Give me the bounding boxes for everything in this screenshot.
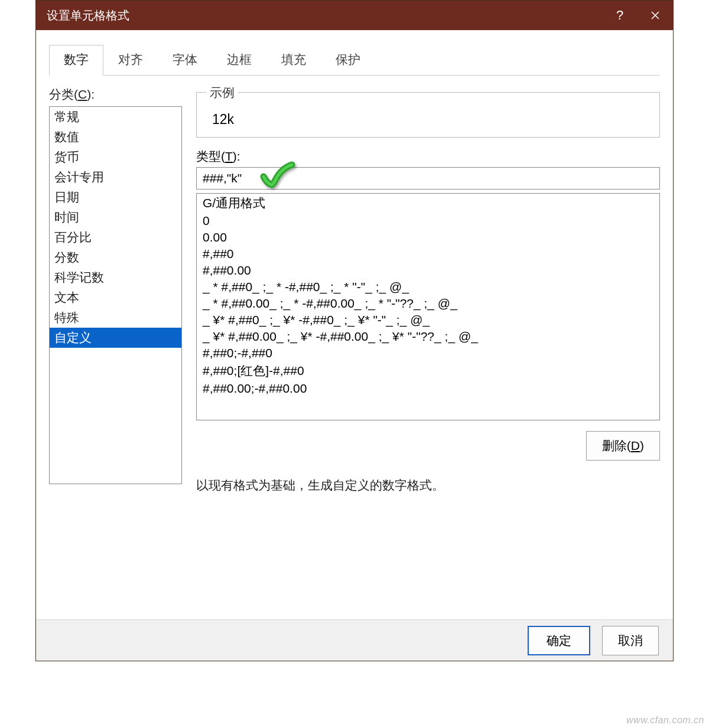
category-label-post: ): — [87, 87, 95, 101]
delete-button-accel: D — [631, 439, 640, 452]
category-listbox[interactable]: 常规数值货币会计专用日期时间百分比分数科学记数文本特殊自定义 — [49, 106, 182, 484]
category-item[interactable]: 科学记数 — [50, 267, 181, 288]
type-label: 类型(T): — [196, 148, 660, 165]
type-label-accel: T — [225, 149, 233, 163]
category-item[interactable]: 分数 — [50, 247, 181, 267]
category-item[interactable]: 百分比 — [50, 227, 181, 247]
ok-button[interactable]: 确定 — [528, 626, 590, 655]
delete-row: 删除(D) — [196, 431, 660, 461]
format-item[interactable]: _ ¥* #,##0_ ;_ ¥* -#,##0_ ;_ ¥* "-"_ ;_ … — [197, 312, 659, 328]
category-item[interactable]: 货币 — [50, 147, 181, 167]
tab-2[interactable]: 字体 — [158, 45, 212, 76]
dialog-footer: 确定 取消 — [36, 619, 673, 661]
tab-content-number: 分类(C): 常规数值货币会计专用日期时间百分比分数科学记数文本特殊自定义 示例… — [49, 76, 660, 619]
delete-button[interactable]: 删除(D) — [586, 431, 660, 461]
tab-4[interactable]: 填充 — [266, 45, 321, 76]
format-item[interactable]: G/通用格式 — [197, 194, 659, 213]
close-icon — [651, 11, 660, 20]
watermark: www.cfan.com.cn — [626, 715, 704, 726]
format-item[interactable]: 0 — [197, 213, 659, 229]
category-item[interactable]: 日期 — [50, 187, 181, 207]
close-button[interactable] — [638, 1, 673, 30]
format-item[interactable]: #,##0;[红色]-#,##0 — [197, 361, 659, 380]
category-label: 分类(C): — [49, 86, 182, 103]
type-label-pre: 类型( — [196, 149, 225, 163]
tab-strip: 数字对齐字体边框填充保护 — [49, 44, 660, 76]
category-label-accel: C — [78, 87, 87, 101]
category-panel: 分类(C): 常规数值货币会计专用日期时间百分比分数科学记数文本特殊自定义 — [49, 86, 182, 619]
format-cells-dialog: 设置单元格格式 ? 数字对齐字体边框填充保护 分类(C): 常规数值货币会计专用… — [35, 0, 674, 661]
category-item[interactable]: 时间 — [50, 207, 181, 227]
format-item[interactable]: #,##0.00;-#,##0.00 — [197, 380, 659, 397]
format-item[interactable]: #,##0;-#,##0 — [197, 345, 659, 361]
category-label-pre: 分类( — [49, 87, 78, 101]
category-item[interactable]: 常规 — [50, 107, 181, 127]
help-button[interactable]: ? — [602, 1, 638, 30]
format-item[interactable]: _ ¥* #,##0.00_ ;_ ¥* -#,##0.00_ ;_ ¥* "-… — [197, 328, 659, 345]
format-item[interactable]: _ * #,##0.00_ ;_ * -#,##0.00_ ;_ * "-"??… — [197, 295, 659, 312]
category-item[interactable]: 自定义 — [50, 328, 181, 348]
window-controls: ? — [602, 1, 673, 30]
sample-value: 12k — [206, 109, 650, 128]
hint-text: 以现有格式为基础，生成自定义的数字格式。 — [196, 477, 660, 494]
category-item[interactable]: 会计专用 — [50, 167, 181, 187]
category-item[interactable]: 特殊 — [50, 308, 181, 328]
delete-button-post: ) — [640, 439, 644, 452]
delete-button-pre: 删除( — [602, 439, 631, 452]
type-input-wrap — [196, 167, 660, 190]
tab-0[interactable]: 数字 — [49, 45, 103, 76]
type-input[interactable] — [196, 167, 660, 190]
sample-legend: 示例 — [206, 84, 238, 101]
format-listbox[interactable]: G/通用格式00.00#,##0#,##0.00_ * #,##0_ ;_ * … — [196, 193, 660, 420]
category-item[interactable]: 数值 — [50, 127, 181, 147]
type-label-post: ): — [233, 149, 240, 163]
tab-5[interactable]: 保护 — [321, 45, 375, 76]
cancel-button[interactable]: 取消 — [602, 626, 659, 655]
category-item[interactable]: 文本 — [50, 288, 181, 308]
dialog-body: 数字对齐字体边框填充保护 分类(C): 常规数值货币会计专用日期时间百分比分数科… — [36, 30, 673, 619]
sample-groupbox: 示例 12k — [196, 92, 660, 138]
format-item[interactable]: #,##0.00 — [197, 262, 659, 279]
custom-format-panel: 示例 12k 类型(T): G/通用格式00.00#,##0#,##0 — [196, 86, 660, 619]
window-title: 设置单元格格式 — [47, 8, 129, 24]
titlebar: 设置单元格格式 ? — [36, 1, 673, 30]
tab-3[interactable]: 边框 — [212, 45, 266, 76]
format-item[interactable]: #,##0 — [197, 246, 659, 262]
format-item[interactable]: 0.00 — [197, 229, 659, 246]
format-item[interactable]: _ * #,##0_ ;_ * -#,##0_ ;_ * "-"_ ;_ @_ — [197, 279, 659, 295]
tab-1[interactable]: 对齐 — [103, 45, 158, 76]
